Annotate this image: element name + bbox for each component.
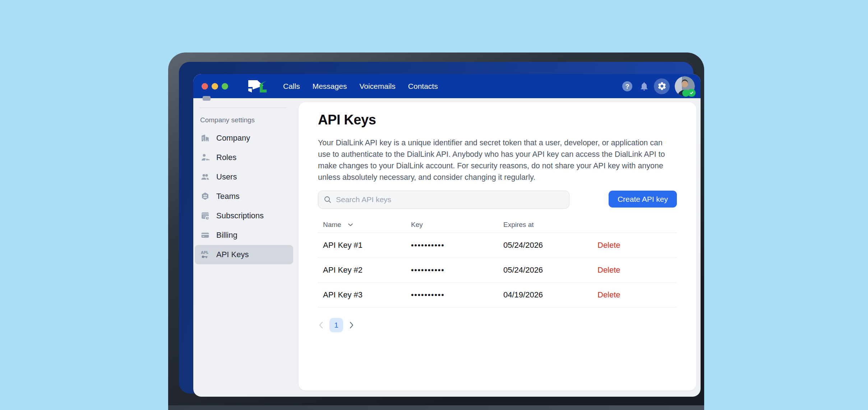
bell-icon[interactable] <box>639 81 649 91</box>
api-key-name: API Key #1 <box>323 241 411 250</box>
status-check-badge <box>688 89 696 97</box>
nav-contacts[interactable]: Contacts <box>408 82 438 91</box>
nav-voicemails[interactable]: Voicemails <box>359 82 395 91</box>
titlebar-actions: ? <box>622 76 695 96</box>
chevron-down-icon <box>348 223 353 227</box>
delete-link[interactable]: Delete <box>597 290 677 300</box>
app-window: Calls Messages Voicemails Contacts ? <box>193 74 701 397</box>
api-keys-table: Name Key Expires at <box>318 217 677 308</box>
nav-messages[interactable]: Messages <box>313 82 347 91</box>
main-area: API Keys Your DialLink API key is a uniq… <box>299 98 701 397</box>
api-key-expires: 05/24/2026 <box>503 265 597 275</box>
search-input[interactable] <box>336 195 564 204</box>
company-icon <box>200 133 210 143</box>
table-row: API Key #2 •••••••••• 05/24/2026 Delete <box>318 258 677 283</box>
svg-text:API: API <box>201 250 207 255</box>
column-header-key: Key <box>411 221 503 229</box>
minimize-button[interactable] <box>212 83 218 90</box>
column-header-name[interactable]: Name <box>323 221 411 229</box>
delete-link[interactable]: Delete <box>597 265 677 275</box>
svg-text:?: ? <box>625 83 629 90</box>
page-number[interactable]: 1 <box>329 318 343 332</box>
api-key-mask: •••••••••• <box>411 266 503 274</box>
table-row: API Key #3 •••••••••• 04/19/2026 Delete <box>318 283 677 308</box>
titlebar: Calls Messages Voicemails Contacts ? <box>193 74 701 98</box>
sidebar-item-label: Company <box>216 133 250 143</box>
next-page-button[interactable] <box>349 320 355 330</box>
sidebar-section-label: Company settings <box>200 116 255 124</box>
api-key-expires: 04/19/2026 <box>503 290 597 300</box>
settings-button[interactable] <box>654 78 670 94</box>
laptop-bottom-edge <box>168 405 704 410</box>
app-body: Company settings Company <box>193 98 701 397</box>
zoom-button[interactable] <box>222 83 228 90</box>
pagination: 1 <box>318 318 677 332</box>
api-keys-card: API Keys Your DialLink API key is a uniq… <box>299 102 696 391</box>
settings-sidebar: Company settings Company <box>193 98 299 397</box>
sidebar-item-label: Teams <box>216 192 240 201</box>
top-nav: Calls Messages Voicemails Contacts <box>283 82 438 91</box>
previous-page-button[interactable] <box>318 320 324 330</box>
desktop-background: Calls Messages Voicemails Contacts ? <box>0 0 868 410</box>
api-key-expires: 05/24/2026 <box>503 241 597 250</box>
sidebar-item-teams[interactable]: Teams <box>195 187 293 206</box>
gear-icon <box>657 81 667 91</box>
billing-icon <box>200 231 210 240</box>
user-avatar[interactable] <box>675 76 695 96</box>
sidebar-divider <box>199 108 287 108</box>
help-icon[interactable]: ? <box>622 81 633 92</box>
nav-calls[interactable]: Calls <box>283 82 300 91</box>
api-key-name: API Key #2 <box>323 265 411 275</box>
column-header-expires: Expires at <box>503 221 597 229</box>
sidebar-item-subscriptions[interactable]: Subscriptions <box>195 206 293 226</box>
sidebar-items: Company Roles <box>195 128 293 264</box>
roles-icon <box>200 153 210 162</box>
sidebar-item-api-keys[interactable]: API API Keys <box>195 245 293 264</box>
subscriptions-icon <box>200 211 210 220</box>
traffic-lights <box>202 83 228 90</box>
api-key-name: API Key #3 <box>323 290 411 300</box>
laptop-frame: Calls Messages Voicemails Contacts ? <box>168 53 704 410</box>
delete-link[interactable]: Delete <box>597 241 677 250</box>
table-row: API Key #1 •••••••••• 05/24/2026 Delete <box>318 233 677 258</box>
sidebar-item-label: Roles <box>216 153 236 162</box>
close-button[interactable] <box>202 83 208 90</box>
api-key-mask: •••••••••• <box>411 291 503 299</box>
page-description: Your DialLink API key is a unique identi… <box>318 137 673 183</box>
sidebar-item-users[interactable]: Users <box>195 167 293 187</box>
api-keys-icon: API <box>200 250 210 259</box>
page-title: API Keys <box>318 112 677 128</box>
sidebar-item-label: API Keys <box>216 250 249 259</box>
users-icon <box>200 172 210 182</box>
sidebar-item-label: Subscriptions <box>216 211 264 220</box>
search-icon <box>324 196 332 204</box>
sidebar-item-label: Billing <box>216 231 237 240</box>
search-box[interactable] <box>318 191 569 209</box>
sidebar-item-roles[interactable]: Roles <box>195 148 293 167</box>
clipped-sidebar-icon <box>203 96 211 101</box>
teams-icon <box>200 192 210 201</box>
sidebar-item-company[interactable]: Company <box>195 128 293 148</box>
sidebar-item-billing[interactable]: Billing <box>195 226 293 245</box>
sidebar-item-label: Users <box>216 172 237 182</box>
api-key-mask: •••••••••• <box>411 241 503 250</box>
toolbar: Create API key <box>318 191 677 209</box>
create-api-key-button[interactable]: Create API key <box>609 191 677 208</box>
table-header: Name Key Expires at <box>318 217 677 233</box>
diallink-logo-icon <box>248 80 267 93</box>
screen-bezel: Calls Messages Voicemails Contacts ? <box>179 62 693 393</box>
